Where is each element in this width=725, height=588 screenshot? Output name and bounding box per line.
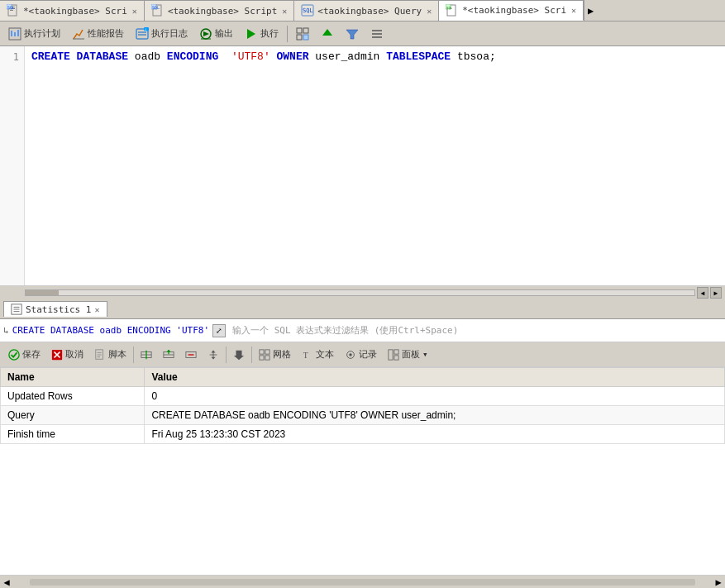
execute-button[interactable]: 执行 [240, 26, 284, 42]
svg-marker-25 [203, 31, 209, 36]
code-editor[interactable]: 1 CREATE DATABASE oadb ENCODING 'UTF8' O… [0, 46, 725, 286]
output-icon [199, 27, 212, 41]
filter-cursor-icon: ↳ [3, 325, 9, 336]
editor-toolbar: 执行计划 性能报告 i 执行日志 输出 [0, 22, 725, 46]
results-toolbar: 保存 取消 脚本 [0, 342, 725, 367]
exec-plan-button[interactable]: 执行计划 [3, 26, 65, 42]
tab-script-1[interactable]: SQL *<taokingbase> Scri ✕ [0, 0, 145, 21]
script-button[interactable]: 脚本 [89, 347, 131, 362]
grid-btn-icon [259, 349, 270, 361]
main-layout: SQL *<taokingbase> Scri ✕ SQL <taokingba… [0, 0, 725, 588]
save-checkmark-icon [8, 349, 20, 361]
tab-close-icon[interactable]: ✕ [132, 7, 137, 16]
save-button[interactable]: 保存 [3, 347, 45, 362]
editor-scrollbar[interactable]: ◀ ▶ [0, 286, 725, 299]
tab-close-icon-4[interactable]: ✕ [571, 6, 576, 15]
panel-dropdown-icon: ▾ [422, 349, 428, 360]
tab-script-4[interactable]: SQL *<taokingbase> Scri ✕ [439, 0, 584, 21]
panel-label: 面板 [402, 348, 420, 361]
scroll-right-btn[interactable]: ▶ [712, 576, 725, 588]
statistics-table: Name Value Updated Rows0QueryCREATE DATA… [0, 367, 725, 575]
perf-report-icon [72, 27, 85, 41]
svg-marker-32 [322, 29, 332, 36]
cell-name: Query [1, 406, 145, 425]
move-row-button[interactable] [203, 347, 224, 362]
svg-rect-73 [394, 355, 398, 359]
script-icon-4: SQL [446, 4, 459, 17]
scroll-left[interactable]: ◀ [697, 287, 708, 299]
results-tab-bar: Statistics 1 ✕ [0, 299, 725, 319]
tool-icon-2[interactable] [316, 26, 339, 42]
overflow-arrow: ▶ [588, 5, 594, 17]
statistics-tab[interactable]: Statistics 1 ✕ [3, 301, 107, 317]
download-button[interactable] [228, 347, 250, 362]
script-icon: SQL [7, 4, 20, 17]
tool-icon-3[interactable] [341, 26, 364, 42]
insert-row-button[interactable] [158, 347, 179, 362]
tab-overflow-button[interactable]: ▶ [584, 0, 600, 21]
svg-marker-54 [166, 349, 170, 351]
tab-label-4: *<taokingbase> Scri [462, 5, 566, 16]
script-gen-icon [94, 349, 106, 361]
tab-script-2[interactable]: SQL <taokingbase> Script ✕ [145, 0, 294, 21]
panel-button[interactable]: 面板 ▾ [383, 347, 433, 362]
line-num-1: 1 [5, 50, 19, 65]
text-label: 文本 [316, 348, 334, 361]
cell-name: Updated Rows [1, 387, 145, 406]
cancel-label: 取消 [65, 348, 83, 361]
insert-row-icon [163, 349, 174, 361]
tool-icon-1[interactable] [291, 26, 314, 42]
results-panel: Statistics 1 ✕ ↳ CREATE DATABASE oadb EN… [0, 299, 725, 588]
bottom-scrollbar[interactable]: ◀ ▶ [0, 575, 725, 588]
col-header-name: Name [1, 368, 145, 387]
col-header-value: Value [145, 368, 725, 387]
grid-view-button[interactable]: 网格 [254, 347, 296, 362]
cancel-x-icon [51, 349, 63, 361]
svg-point-41 [9, 349, 19, 359]
tab-close-icon-2[interactable]: ✕ [282, 7, 287, 16]
tab-label-2: <taokingbase> Script [168, 6, 277, 17]
svg-rect-31 [303, 35, 308, 40]
delete-row-button[interactable] [180, 347, 202, 362]
tab-bar: SQL *<taokingbase> Scri ✕ SQL <taokingba… [0, 0, 725, 22]
record-btn-icon [345, 349, 356, 361]
add-row-button[interactable] [136, 347, 157, 362]
scroll-right[interactable]: ▶ [710, 287, 722, 299]
svg-text:SQL: SQL [152, 5, 160, 10]
svg-marker-61 [211, 356, 215, 359]
download-icon [233, 349, 245, 361]
statistics-tab-label: Statistics 1 [26, 304, 91, 315]
tab-query[interactable]: SQL <taokingbase> Query ✕ [294, 0, 439, 21]
text-view-button[interactable]: T 文本 [297, 347, 339, 362]
filter-placeholder: 输入一个 SQL 表达式来过滤结果 (使用Ctrl+Space) [229, 324, 722, 337]
svg-rect-66 [260, 355, 264, 359]
grid-view-icon [296, 27, 309, 41]
svg-text:SQL: SQL [446, 6, 453, 10]
panel-btn-icon [388, 349, 399, 361]
output-button[interactable]: 输出 [194, 26, 238, 42]
svg-rect-3 [10, 10, 13, 11]
filter-expand-button[interactable]: ⤢ [212, 324, 226, 337]
script-label: 脚本 [108, 348, 126, 361]
tab-close-icon-3[interactable]: ✕ [427, 7, 432, 16]
record-label: 记录 [359, 348, 377, 361]
exec-log-button[interactable]: i 执行日志 [131, 26, 193, 42]
svg-rect-67 [265, 355, 269, 359]
svg-marker-63 [234, 350, 244, 359]
tool-icon-4[interactable] [365, 26, 389, 42]
svg-rect-17 [17, 30, 19, 36]
cell-value: 0 [145, 387, 725, 406]
svg-rect-29 [303, 28, 308, 33]
record-button[interactable]: 记录 [340, 347, 382, 362]
statistics-icon [11, 304, 22, 315]
statistics-tab-close[interactable]: ✕ [94, 305, 99, 314]
list-icon [370, 27, 384, 41]
code-content[interactable]: CREATE DATABASE oadb ENCODING 'UTF8' OWN… [25, 46, 725, 285]
filter-icon [346, 27, 359, 41]
svg-rect-65 [265, 349, 269, 353]
filter-bar: ↳ CREATE DATABASE oadb ENCODING 'UTF8' ⤢… [0, 319, 725, 342]
script-icon-2: SQL [151, 4, 165, 17]
scroll-left-btn[interactable]: ◀ [0, 576, 13, 588]
perf-report-button[interactable]: 性能报告 [67, 26, 129, 42]
cancel-button[interactable]: 取消 [46, 347, 88, 362]
